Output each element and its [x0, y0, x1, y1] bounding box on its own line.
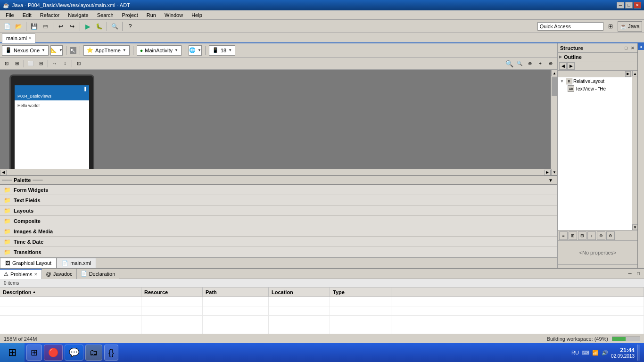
prop-btn-4[interactable]: ↕: [587, 231, 596, 240]
minimize-button[interactable]: ─: [617, 2, 624, 8]
zoom-100-btn[interactable]: 🔍: [515, 59, 524, 68]
th-type[interactable]: Type: [330, 288, 391, 296]
palette-section-text-fields[interactable]: 📁 Text Fields: [0, 195, 557, 206]
debug-btn[interactable]: 🐛: [94, 21, 104, 32]
tree-scroll-right[interactable]: ▶: [625, 71, 631, 77]
outline-scrollbar[interactable]: ▲ ▼: [632, 71, 637, 230]
zoom-in-btn[interactable]: +: [536, 59, 545, 68]
menu-run[interactable]: Run: [143, 11, 160, 19]
search-btn[interactable]: 🔍: [109, 21, 120, 32]
outline-scroll-down[interactable]: ▼: [632, 224, 637, 230]
structure-maximize-btn[interactable]: □: [623, 45, 629, 51]
outline-nav-next[interactable]: ▶: [567, 62, 575, 70]
th-description[interactable]: Description ▲: [0, 288, 141, 296]
palette-section-time[interactable]: 📁 Time & Date: [0, 237, 557, 247]
align-top-btn[interactable]: ⬜: [26, 59, 35, 68]
palette-section-images[interactable]: 📁 Images & Media: [0, 226, 557, 237]
editor-tab-close[interactable]: ×: [29, 36, 31, 41]
redo-btn[interactable]: ↪: [67, 21, 77, 32]
run-btn[interactable]: ▶: [83, 21, 93, 32]
editor-tab-main-xml[interactable]: main.xml ×: [2, 33, 35, 43]
taskbar-app-opera[interactable]: 🔴: [44, 345, 63, 361]
theme-dropdown[interactable]: ⭐ AppTheme ▼: [83, 45, 130, 56]
bottom-tab-graphical-layout[interactable]: 🖼 Graphical Layout: [0, 258, 57, 268]
distribute-v-btn[interactable]: ↕: [60, 59, 70, 68]
maximize-button[interactable]: □: [625, 2, 633, 8]
zoom-out-btn[interactable]: 🔍: [504, 59, 514, 68]
sdk-dropdown[interactable]: 📱 18 ▼: [209, 45, 235, 56]
zoom-in2-btn[interactable]: ⊕: [546, 59, 555, 68]
activity-dropdown[interactable]: ● MainActivity ▼: [137, 45, 182, 56]
canvas-vertical-scrollbar[interactable]: ▲ ▼: [551, 70, 557, 175]
prop-btn-3[interactable]: ⊟: [578, 231, 586, 240]
zoom-fit-btn[interactable]: ⊕: [525, 59, 535, 68]
taskbar-app-start[interactable]: ⊞: [26, 345, 42, 361]
undo-btn[interactable]: ↩: [56, 21, 66, 32]
prop-btn-2[interactable]: ⊞: [569, 231, 577, 240]
menu-window[interactable]: Window: [161, 11, 187, 19]
align-bottom-btn[interactable]: ⊟: [36, 59, 46, 68]
horizontal-scrollbar[interactable]: ◀ ▶: [0, 169, 551, 175]
show-desktop-btn[interactable]: [637, 345, 640, 361]
outline-scroll-up[interactable]: ▲: [632, 71, 637, 76]
save-all-btn[interactable]: 🗃: [40, 21, 50, 32]
help-btn[interactable]: ?: [125, 21, 135, 32]
th-location[interactable]: Location: [269, 288, 330, 296]
orientation-dropdown[interactable]: 📐 ▼: [50, 45, 63, 56]
h-scroll-track[interactable]: [7, 170, 544, 175]
canvas-area[interactable]: ▌ P004_BasicViews Hello world!: [0, 70, 551, 169]
problems-tab-declaration[interactable]: 📄 Declaration: [77, 269, 120, 279]
device-dropdown[interactable]: 📱 Nexus One ▼: [2, 45, 49, 56]
start-button[interactable]: ⊞: [0, 343, 25, 362]
language-dropdown[interactable]: 🌐 ▼: [189, 45, 202, 56]
h-scroll-right[interactable]: ▶: [544, 170, 551, 175]
problems-tab-close[interactable]: ✕: [34, 272, 38, 277]
menu-navigate[interactable]: Navigate: [64, 11, 92, 19]
tree-item-relative-layout[interactable]: ▼ R RelativeLayout: [558, 77, 632, 85]
palette-dropdown-btn[interactable]: ▼: [546, 175, 555, 185]
menu-edit[interactable]: Edit: [19, 11, 35, 19]
menu-refactor[interactable]: Refactor: [36, 11, 64, 19]
align-left-btn[interactable]: ⊡: [2, 59, 11, 68]
menu-project[interactable]: Project: [118, 11, 142, 19]
align-right-btn[interactable]: ⊞: [12, 59, 22, 68]
prop-btn-5[interactable]: ⊕: [597, 231, 605, 240]
problems-tab-problems[interactable]: ⚠ Problems ✕: [0, 269, 42, 279]
taskbar-app-explorer[interactable]: 🗂: [85, 345, 102, 361]
palette-section-form-widgets[interactable]: 📁 Form Widgets: [0, 185, 557, 195]
prop-btn-6[interactable]: ⊖: [606, 231, 615, 240]
menu-help[interactable]: Help: [188, 11, 206, 19]
perspective-btn[interactable]: ⊞: [605, 21, 616, 32]
scroll-down-btn[interactable]: ▼: [551, 169, 557, 175]
outline-nav-prev[interactable]: ◀: [559, 62, 567, 70]
h-scroll-left[interactable]: ◀: [0, 170, 7, 175]
quick-access-input[interactable]: Quick Access: [537, 22, 603, 31]
menu-search[interactable]: Search: [93, 11, 117, 19]
prop-btn-1[interactable]: ≡: [559, 231, 568, 240]
distribute-h-btn[interactable]: ↔: [50, 59, 59, 68]
scroll-thumb[interactable]: [552, 77, 557, 96]
th-path[interactable]: Path: [203, 288, 269, 296]
taskbar-app-skype[interactable]: 💬: [65, 345, 83, 361]
java-perspective-btn[interactable]: ☕ Java: [618, 21, 642, 32]
bottom-tab-main-xml[interactable]: 📄 main.xml: [57, 258, 96, 268]
palette-section-layouts[interactable]: 📁 Layouts: [0, 206, 557, 216]
close-button[interactable]: ✕: [634, 2, 641, 8]
palette-section-transitions[interactable]: 📁 Transitions: [0, 247, 557, 257]
new-btn[interactable]: 📄: [2, 21, 12, 32]
scroll-up-btn[interactable]: ▲: [551, 70, 557, 76]
palette-section-composite[interactable]: 📁 Composite: [0, 216, 557, 226]
menu-file[interactable]: File: [2, 11, 18, 19]
taskbar-app-json[interactable]: {}: [104, 345, 118, 361]
window-controls[interactable]: ─ □ ✕: [617, 2, 641, 8]
structure-close-btn[interactable]: ✕: [630, 45, 636, 51]
problems-minimize-btn[interactable]: ─: [626, 270, 634, 278]
th-resource[interactable]: Resource: [141, 288, 203, 296]
open-btn[interactable]: 📂: [13, 21, 24, 32]
problems-maximize-btn[interactable]: □: [635, 270, 642, 278]
tree-item-textview[interactable]: Ab TextView - "He: [558, 85, 632, 92]
tree-h-scroll[interactable]: [559, 72, 625, 76]
save-btn[interactable]: 💾: [29, 21, 39, 32]
problems-tab-javadoc[interactable]: @ Javadoc: [42, 269, 76, 279]
properties-scrollbar[interactable]: [558, 264, 637, 268]
